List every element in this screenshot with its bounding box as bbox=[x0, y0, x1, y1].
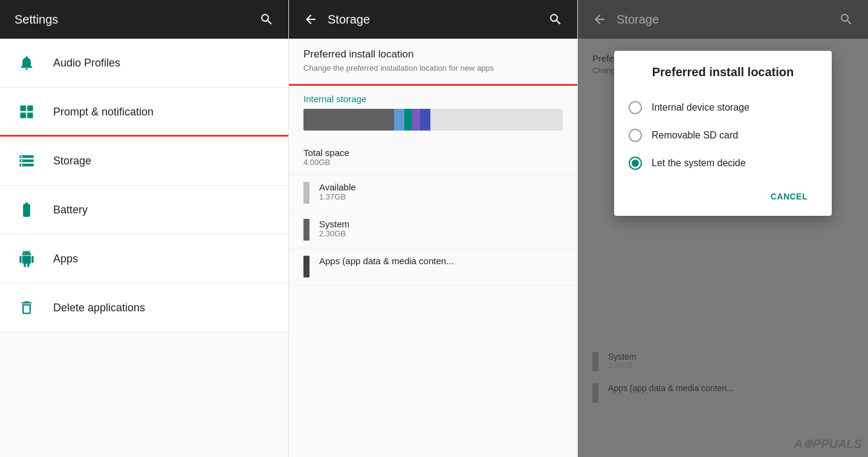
total-space-value: 4.00GB bbox=[303, 158, 563, 167]
apps-color bbox=[303, 256, 309, 277]
storage-panel-title: Storage bbox=[328, 13, 543, 27]
bg-system-label: System bbox=[608, 352, 636, 361]
dialog-actions: CANCEL bbox=[629, 177, 817, 206]
storage-dialog-title: Storage bbox=[617, 13, 834, 27]
bar-indigo bbox=[420, 109, 430, 131]
storage-label: Storage bbox=[53, 155, 91, 167]
settings-title: Settings bbox=[15, 13, 254, 27]
storage-dialog-panel: Storage Preferred install location Chang… bbox=[578, 0, 868, 457]
sidebar-item-delete-applications[interactable]: Delete applications bbox=[0, 284, 288, 332]
radio-circle-system bbox=[629, 157, 642, 170]
system-row: System 2.30GB bbox=[289, 212, 577, 248]
apps-row: Apps (app data & media conten... bbox=[289, 248, 577, 285]
watermark: A⊕PPUALS bbox=[794, 436, 862, 451]
android-icon bbox=[15, 247, 39, 271]
preferred-install-dialog: Preferred install location Internal devi… bbox=[614, 51, 832, 216]
dialog-cancel-button[interactable]: CANCEL bbox=[761, 187, 817, 206]
battery-label: Battery bbox=[53, 204, 88, 216]
total-space-section: Total space 4.00GB bbox=[289, 140, 577, 175]
bg-system-row: System 2.30GB bbox=[592, 346, 853, 377]
storage-search-button[interactable] bbox=[543, 7, 568, 31]
bg-apps-info: Apps (app data & media conten... bbox=[608, 383, 734, 393]
recycle-icon bbox=[15, 296, 39, 320]
radio-label-internal: Internal device storage bbox=[652, 102, 750, 113]
bell-icon bbox=[15, 51, 39, 75]
radio-system-decide[interactable]: Let the system decide bbox=[629, 149, 817, 177]
bg-apps-row: Apps (app data & media conten... bbox=[592, 377, 853, 409]
prompt-notification-label: Prompt & notification bbox=[53, 106, 154, 118]
grid-icon bbox=[15, 100, 39, 124]
total-space-label: Total space bbox=[303, 147, 563, 158]
bar-purple bbox=[412, 109, 420, 131]
bar-blue bbox=[394, 109, 404, 131]
delete-applications-label: Delete applications bbox=[53, 302, 145, 314]
dialog-title: Preferred install location bbox=[629, 65, 817, 79]
apps-row-label: Apps (app data & media conten... bbox=[319, 256, 454, 266]
settings-list: Audio Profiles Prompt & notification bbox=[0, 39, 288, 457]
bar-system bbox=[303, 109, 394, 131]
bg-system-dot bbox=[592, 352, 598, 371]
storage-topbar: Storage bbox=[289, 0, 577, 39]
system-value: 2.30GB bbox=[319, 229, 349, 238]
bg-apps-dot bbox=[592, 383, 598, 403]
storage-bar bbox=[303, 109, 563, 131]
sidebar-item-storage[interactable]: Storage bbox=[0, 137, 288, 186]
system-label: System bbox=[319, 219, 349, 229]
storage-dialog-search-button[interactable] bbox=[834, 7, 858, 31]
radio-circle-internal bbox=[629, 101, 642, 114]
radio-label-system: Let the system decide bbox=[652, 158, 746, 169]
available-color bbox=[303, 182, 309, 204]
system-color bbox=[303, 219, 309, 241]
storage-dialog-back-button[interactable] bbox=[588, 7, 612, 31]
sidebar-item-audio-profiles[interactable]: Audio Profiles bbox=[0, 39, 288, 88]
bar-teal bbox=[404, 109, 412, 131]
bar-available bbox=[430, 109, 563, 131]
internal-storage-label: Internal storage bbox=[289, 84, 577, 109]
storage-content: Preferred install location Change the pr… bbox=[289, 39, 577, 457]
sidebar-item-apps[interactable]: Apps bbox=[0, 235, 288, 284]
bg-bottom-items: System 2.30GB Apps (app data & media con… bbox=[592, 346, 853, 409]
available-label: Available bbox=[319, 182, 356, 192]
available-row: Available 1.37GB bbox=[289, 175, 577, 212]
preferred-install-title: Preferred install location bbox=[303, 48, 563, 60]
bg-system-info: System 2.30GB bbox=[608, 352, 636, 370]
audio-profiles-label: Audio Profiles bbox=[53, 57, 120, 70]
settings-topbar: Settings bbox=[0, 0, 288, 39]
bg-apps-label: Apps (app data & media conten... bbox=[608, 383, 734, 393]
settings-search-button[interactable] bbox=[254, 7, 279, 31]
radio-sd-card[interactable]: Removable SD card bbox=[629, 122, 817, 149]
apps-label: Apps bbox=[53, 253, 78, 265]
dialog-background-content: Preferred install location Change the pr… bbox=[578, 39, 868, 457]
system-info: System 2.30GB bbox=[319, 219, 349, 238]
radio-internal-storage[interactable]: Internal device storage bbox=[629, 94, 817, 122]
storage-icon bbox=[15, 149, 39, 173]
available-value: 1.37GB bbox=[319, 192, 356, 201]
radio-label-sd: Removable SD card bbox=[652, 130, 738, 141]
battery-icon bbox=[15, 198, 39, 222]
bg-system-value: 2.30GB bbox=[608, 361, 636, 370]
preferred-install-subtitle: Change the preferred installation locati… bbox=[303, 63, 563, 74]
sidebar-item-prompt-notification[interactable]: Prompt & notification bbox=[0, 88, 288, 137]
available-info: Available 1.37GB bbox=[319, 182, 356, 201]
apps-info: Apps (app data & media conten... bbox=[319, 256, 454, 266]
settings-panel: Settings Audio Profiles bbox=[0, 0, 289, 457]
storage-back-button[interactable] bbox=[299, 7, 323, 31]
storage-dialog-topbar: Storage bbox=[578, 0, 868, 39]
sidebar-item-battery[interactable]: Battery bbox=[0, 186, 288, 235]
radio-circle-sd bbox=[629, 129, 642, 142]
storage-panel: Storage Preferred install location Chang… bbox=[289, 0, 578, 457]
preferred-install-location-item[interactable]: Preferred install location Change the pr… bbox=[289, 39, 577, 84]
